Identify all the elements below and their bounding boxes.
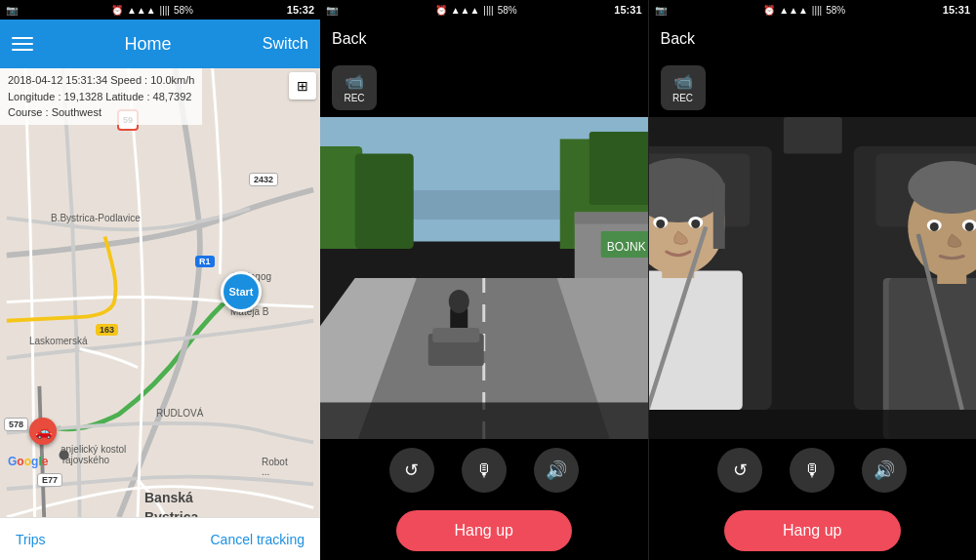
video3-feed [649, 117, 977, 439]
video3-speaker-button[interactable]: 🔊 [862, 448, 907, 493]
town-label-tajovs: Tajovského [61, 455, 109, 465]
google-logo: Google [8, 455, 48, 468]
svg-rect-29 [649, 271, 743, 411]
video2-speaker-button[interactable]: 🔊 [534, 448, 579, 493]
town-label-rudlova: RUDLOVÁ [156, 408, 203, 419]
signal-icon: |||| [160, 5, 170, 16]
svg-rect-52 [649, 410, 977, 439]
road-scene-svg: BOJNK 19 [320, 117, 648, 439]
road-badge-578: 578 [4, 418, 28, 431]
video2-hangup-button[interactable]: Hang up [396, 510, 573, 551]
video3-battery: 58% [826, 5, 845, 16]
battery-level: 58% [174, 5, 193, 16]
speaker-icon: 🔊 [546, 460, 567, 481]
map-camera-status-icon: 📷 [6, 5, 18, 16]
map-controls: ⊞ [289, 72, 316, 100]
video2-feed: BOJNK 19 [320, 117, 648, 439]
svg-point-48 [964, 222, 973, 231]
map-bottom-bar: Trips Cancel tracking [0, 517, 320, 560]
map-status-icons: ⏰ ▲▲▲ |||| 58% [111, 5, 193, 16]
svg-rect-23 [320, 403, 648, 440]
video3-wifi-icon: ▲▲▲ [779, 5, 808, 16]
map-status-bar: 📷 ⏰ ▲▲▲ |||| 58% 15:32 [0, 0, 320, 20]
map-view[interactable]: R1 163 E77 66 578 2432 59 B.Bystrica-Pod… [0, 68, 320, 517]
map-layer-button[interactable]: ⊞ [289, 72, 316, 100]
video2-battery: 58% [498, 5, 517, 16]
map-panel: 📷 ⏰ ▲▲▲ |||| 58% 15:32 Home Switch 2018-… [0, 0, 320, 560]
map-time: 15:32 [287, 4, 314, 16]
switch-button[interactable]: Switch [263, 35, 308, 53]
video2-rec-label: REC [344, 93, 364, 103]
mic-icon: 🎙 [475, 460, 493, 481]
video3-status-bar: 📷 ⏰ ▲▲▲ |||| 58% 15:31 [649, 0, 977, 20]
video2-rotate-button[interactable]: ↺ [389, 448, 434, 493]
road-badge-2432: 2432 [249, 173, 278, 186]
video2-wifi-icon: ▲▲▲ [451, 5, 480, 16]
trips-link[interactable]: Trips [16, 532, 46, 547]
mic-icon-3: 🎙 [803, 460, 821, 481]
info-line1: 2018-04-12 15:31:34 Speed : 10.0km/h [8, 72, 194, 89]
video3-signal-icon: |||| [812, 5, 822, 16]
svg-rect-0 [7, 68, 313, 517]
video3-top-bar: Back [649, 20, 977, 59]
svg-rect-34 [712, 183, 724, 250]
svg-rect-6 [355, 154, 414, 250]
video2-time: 15:31 [614, 4, 641, 16]
video3-back-button[interactable]: Back [661, 30, 696, 48]
video3-rec-area: 📹 REC [649, 59, 977, 117]
town-label-podlavice: B.Bystrica-Podlavice [51, 213, 141, 223]
video3-rec-icon: 📹 [673, 72, 693, 91]
video3-rotate-button[interactable]: ↺ [717, 448, 762, 493]
video2-back-button[interactable]: Back [332, 30, 367, 48]
video2-controls: ↺ 🎙 🔊 [320, 439, 648, 501]
video-panel-interior: 📷 ⏰ ▲▲▲ |||| 58% 15:31 Back 📹 REC [648, 0, 977, 560]
video-panel-road: 📷 ⏰ ▲▲▲ |||| 58% 15:31 Back 📹 REC [320, 0, 648, 560]
road-badge-r1: R1 [195, 256, 215, 267]
video3-alarm-icon: ⏰ [763, 5, 775, 16]
video3-hangup-row: Hang up [649, 501, 977, 560]
svg-point-47 [929, 222, 938, 231]
svg-rect-20 [432, 328, 479, 342]
map-svg [0, 68, 320, 517]
cancel-tracking-link[interactable]: Cancel tracking [211, 532, 305, 547]
town-label-robot2: ... [262, 466, 269, 477]
video2-status-bar: 📷 ⏰ ▲▲▲ |||| 58% 15:31 [320, 0, 648, 20]
rotate-icon: ↺ [404, 460, 419, 481]
interior-scene-svg [649, 117, 977, 439]
town-label-bystrica: Bystrica [144, 509, 198, 517]
video2-rec-area: 📹 REC [320, 59, 648, 117]
svg-text:BOJNK 19: BOJNK 19 [607, 240, 648, 254]
video2-mute-button[interactable]: 🎙 [462, 448, 507, 493]
video2-signal-icon: |||| [483, 5, 493, 16]
town-label-banska: Banská [144, 490, 193, 505]
app-title: Home [124, 34, 171, 55]
road-badge-e77: E77 [37, 473, 62, 487]
video3-camera-icon: 📷 [655, 5, 667, 16]
video3-rec-button[interactable]: 📹 REC [661, 65, 706, 110]
video2-top-bar: Back [320, 20, 648, 59]
video2-alarm-icon: ⏰ [435, 5, 447, 16]
info-bar: 2018-04-12 15:31:34 Speed : 10.0km/h Lon… [0, 68, 202, 125]
svg-point-37 [656, 220, 665, 228]
road-badge-163: 163 [96, 324, 118, 336]
alarm-icon: ⏰ [111, 5, 123, 16]
svg-point-38 [691, 220, 700, 228]
svg-point-18 [449, 290, 469, 313]
video3-hangup-button[interactable]: Hang up [724, 510, 901, 551]
wifi-icon: ▲▲▲ [127, 5, 156, 16]
svg-rect-53 [783, 117, 841, 154]
video3-mute-button[interactable]: 🎙 [790, 448, 834, 493]
car-icon: 🚗 [29, 418, 57, 445]
map-app-bar: Home Switch [0, 20, 320, 68]
video2-hangup-row: Hang up [320, 501, 648, 560]
video3-controls: ↺ 🎙 🔊 [649, 439, 977, 501]
rotate-icon-3: ↺ [733, 460, 748, 481]
video2-camera-icon: 📷 [326, 5, 338, 16]
svg-rect-10 [575, 213, 648, 224]
hamburger-menu-button[interactable] [12, 37, 33, 51]
start-marker: Start [221, 271, 262, 312]
town-label-anjelicky: anjelický kostol [61, 444, 126, 455]
speaker-icon-3: 🔊 [874, 460, 895, 481]
video2-rec-button[interactable]: 📹 REC [332, 65, 377, 110]
info-line2: Longitude : 19,1328 Latitude : 48,7392 [8, 89, 194, 105]
